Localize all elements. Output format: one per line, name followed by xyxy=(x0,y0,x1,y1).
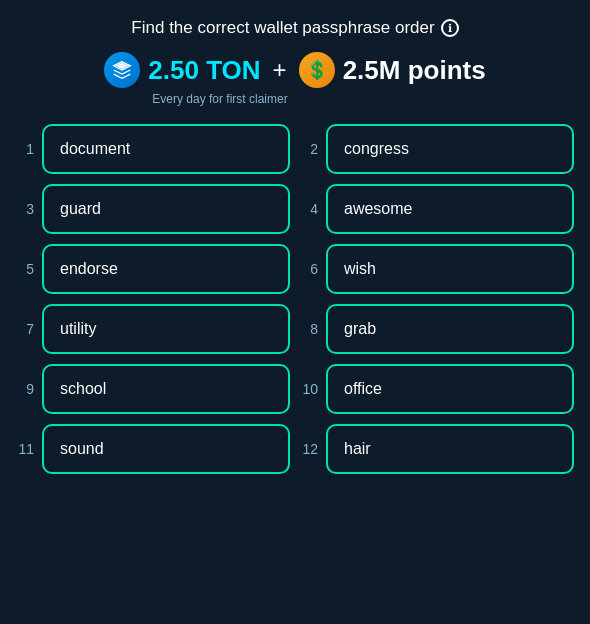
word-box[interactable]: document xyxy=(42,124,290,174)
coin-icon: 💲 xyxy=(299,52,335,88)
plus-sign: + xyxy=(273,56,287,84)
word-number: 2 xyxy=(300,141,318,157)
subtitle: Every day for first claimer xyxy=(152,92,287,106)
points-section: 💲 2.5M points xyxy=(299,52,486,88)
word-number: 6 xyxy=(300,261,318,277)
word-number: 1 xyxy=(16,141,34,157)
points-amount: 2.5M points xyxy=(343,55,486,86)
word-box[interactable]: endorse xyxy=(42,244,290,294)
word-item: 8grab xyxy=(300,304,574,354)
word-number: 8 xyxy=(300,321,318,337)
ton-logo xyxy=(104,52,140,88)
word-box[interactable]: hair xyxy=(326,424,574,474)
word-number: 12 xyxy=(300,441,318,457)
word-item: 1document xyxy=(16,124,290,174)
words-grid: 1document2congress3guard4awesome5endorse… xyxy=(16,124,574,474)
word-box[interactable]: utility xyxy=(42,304,290,354)
word-box[interactable]: wish xyxy=(326,244,574,294)
word-item: 5endorse xyxy=(16,244,290,294)
word-box[interactable]: grab xyxy=(326,304,574,354)
word-item: 12hair xyxy=(300,424,574,474)
header-text: Find the correct wallet passphrase order xyxy=(131,18,434,38)
word-item: 4awesome xyxy=(300,184,574,234)
word-item: 6wish xyxy=(300,244,574,294)
word-box[interactable]: congress xyxy=(326,124,574,174)
word-box[interactable]: sound xyxy=(42,424,290,474)
word-item: 3guard xyxy=(16,184,290,234)
word-number: 4 xyxy=(300,201,318,217)
word-box[interactable]: guard xyxy=(42,184,290,234)
ton-amount: 2.50 TON xyxy=(148,55,260,86)
word-item: 9school xyxy=(16,364,290,414)
ton-logo-icon xyxy=(112,60,132,80)
word-number: 9 xyxy=(16,381,34,397)
word-number: 10 xyxy=(300,381,318,397)
word-number: 5 xyxy=(16,261,34,277)
ton-section: 2.50 TON xyxy=(104,52,260,88)
reward-row: 2.50 TON + 💲 2.5M points xyxy=(104,52,485,88)
word-box[interactable]: school xyxy=(42,364,290,414)
word-number: 11 xyxy=(16,441,34,457)
word-number: 7 xyxy=(16,321,34,337)
word-item: 7utility xyxy=(16,304,290,354)
word-box[interactable]: office xyxy=(326,364,574,414)
info-icon[interactable]: ℹ xyxy=(441,19,459,37)
word-item: 10office xyxy=(300,364,574,414)
word-item: 11sound xyxy=(16,424,290,474)
word-box[interactable]: awesome xyxy=(326,184,574,234)
header-title: Find the correct wallet passphrase order… xyxy=(131,18,458,38)
word-number: 3 xyxy=(16,201,34,217)
word-item: 2congress xyxy=(300,124,574,174)
